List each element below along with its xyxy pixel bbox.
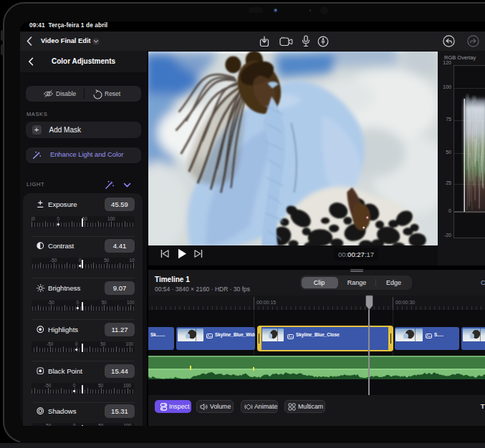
svg-text:-50: -50: [44, 383, 52, 388]
svg-text:0: 0: [77, 300, 80, 305]
svg-text:00:00:30: 00:00:30: [395, 300, 415, 305]
svg-text:100: 100: [125, 341, 133, 346]
svg-text:100: 100: [127, 300, 135, 305]
svg-text:00:00:15: 00:00:15: [256, 300, 276, 305]
svg-text:-50: -50: [48, 300, 55, 305]
svg-text:-50: -50: [47, 341, 54, 346]
svg-text:0: 0: [79, 258, 82, 263]
svg-text:-50: -50: [50, 258, 57, 263]
svg-text:0: 0: [75, 341, 78, 346]
svg-text:0: 0: [73, 383, 76, 388]
svg-text:0: 0: [57, 216, 60, 221]
svg-text:100: 100: [107, 216, 115, 221]
svg-text:50: 50: [102, 300, 107, 305]
svg-text:50: 50: [100, 341, 106, 346]
svg-text:100: 100: [123, 383, 131, 388]
svg-text:-50: -50: [32, 216, 35, 221]
svg-text:50: 50: [104, 258, 110, 263]
svg-text:100: 100: [129, 258, 135, 263]
svg-text:50: 50: [98, 383, 104, 388]
